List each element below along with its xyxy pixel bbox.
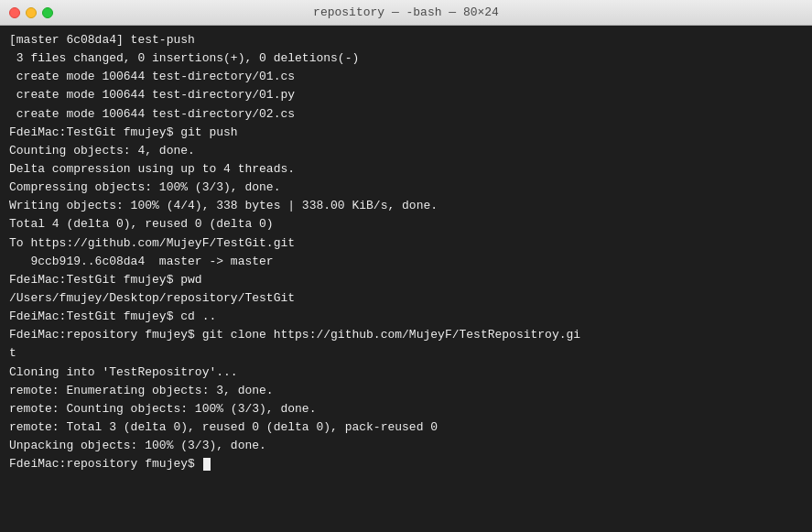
terminal-line: FdeiMac:TestGit fmujey$ cd .. [9,308,803,326]
terminal-line: FdeiMac:TestGit fmujey$ pwd [9,271,803,289]
terminal-body[interactable]: [master 6c08da4] test-push 3 files chang… [0,26,812,532]
terminal-cursor [203,458,211,471]
title-bar: repository — -bash — 80×24 [0,0,812,26]
terminal-line: To https://github.com/MujeyF/TestGit.git [9,234,803,253]
window-title: repository — -bash — 80×24 [313,5,499,19]
terminal-line: Total 4 (delta 0), reused 0 (delta 0) [9,215,803,233]
terminal-line: Compressing objects: 100% (3/3), done. [9,179,803,197]
terminal-line: FdeiMac:repository fmujey$ [9,455,803,473]
terminal-line: Unpacking objects: 100% (3/3), done. [9,437,803,455]
terminal-line: remote: Counting objects: 100% (3/3), do… [9,400,803,418]
maximize-button[interactable] [42,7,53,18]
terminal-line: remote: Total 3 (delta 0), reused 0 (del… [9,418,803,437]
terminal-line: Counting objects: 4, done. [9,142,803,160]
terminal-line: FdeiMac:TestGit fmujey$ git push [9,124,803,142]
terminal-line: t [9,344,803,363]
minimize-button[interactable] [26,7,37,18]
terminal-line: 9ccb919..6c08da4 master -> master [9,253,803,271]
terminal-line: create mode 100644 test-directory/01.py [9,86,803,104]
terminal-line: Cloning into 'TestRepositroy'... [9,364,803,382]
terminal-line: 3 files changed, 0 insertions(+), 0 dele… [9,49,803,68]
close-button[interactable] [9,7,20,18]
terminal-line: FdeiMac:repository fmujey$ git clone htt… [9,326,803,344]
terminal-line: /Users/fmujey/Desktop/repository/TestGit [9,289,803,308]
traffic-lights [9,7,53,18]
terminal-line: create mode 100644 test-directory/01.cs [9,68,803,86]
terminal-line: create mode 100644 test-directory/02.cs [9,105,803,124]
terminal-line: [master 6c08da4] test-push [9,31,803,49]
terminal-line: Writing objects: 100% (4/4), 338 bytes |… [9,197,803,215]
terminal-line: Delta compression using up to 4 threads. [9,160,803,179]
terminal-line: remote: Enumerating objects: 3, done. [9,382,803,400]
